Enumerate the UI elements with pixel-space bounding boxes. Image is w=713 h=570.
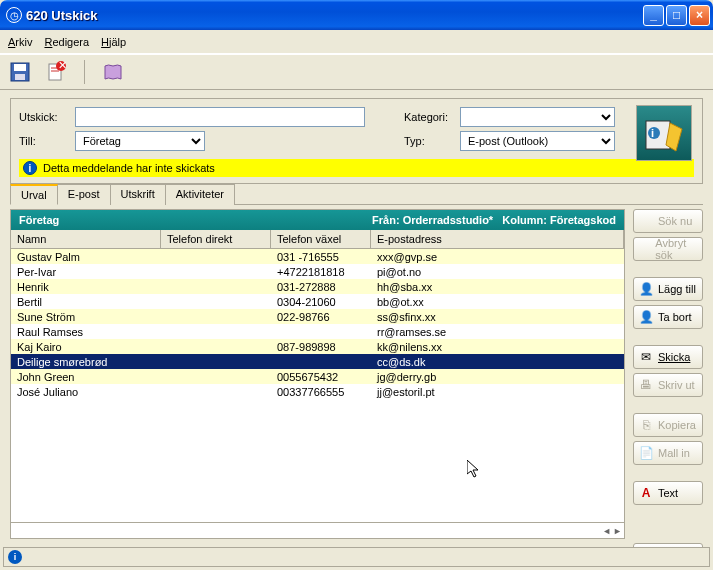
till-select[interactable]: Företag (75, 131, 205, 151)
side-buttons: Sök nu Avbryt sök 👤Lägg till 👤Ta bort ✉S… (633, 209, 703, 567)
table-row[interactable]: Bertil0304-21060bb@ot.xx (11, 294, 624, 309)
scroll-right-icon[interactable]: ► (613, 526, 622, 536)
menubar: Arkiv Redigera Hjälp (0, 30, 713, 54)
grid-columns: Namn Telefon direkt Telefon växel E-post… (11, 230, 624, 249)
send-icon: ✉ (638, 349, 654, 365)
panel-image: i (636, 105, 692, 161)
tab-aktiviteter[interactable]: Aktiviteter (165, 184, 235, 205)
info-icon: i (23, 161, 37, 175)
close-button[interactable]: × (689, 5, 710, 26)
kopiera-button: ⎘Kopiera (633, 413, 703, 437)
save-icon[interactable] (8, 60, 32, 84)
kategori-label: Kategori: (404, 111, 454, 123)
table-row[interactable]: Gustav Palm031 -716555xxx@gvp.se (11, 249, 624, 264)
data-grid: Företag Från: Orderradsstudio* Kolumn: F… (10, 209, 625, 539)
col-namn[interactable]: Namn (11, 230, 161, 248)
col-epost[interactable]: E-postadress (371, 230, 624, 248)
minimize-button[interactable]: _ (643, 5, 664, 26)
statusbar: i (3, 547, 710, 567)
window-title: 620 Utskick (26, 8, 641, 23)
scroll-left-icon[interactable]: ◄ (602, 526, 611, 536)
utskick-input[interactable] (75, 107, 365, 127)
maximize-button[interactable]: □ (666, 5, 687, 26)
laggtill-button[interactable]: 👤Lägg till (633, 277, 703, 301)
book-icon[interactable] (101, 60, 125, 84)
delete-document-icon[interactable]: ✕ (44, 60, 68, 84)
table-row[interactable]: Deilige smørebrødcc@ds.dk (11, 354, 624, 369)
skrivut-button: 🖶Skriv ut (633, 373, 703, 397)
soknu-button: Sök nu (633, 209, 703, 233)
grid-header: Företag Från: Orderradsstudio* Kolumn: F… (11, 210, 624, 230)
utskick-label: Utskick: (19, 111, 69, 123)
menu-redigera[interactable]: Redigera (44, 36, 89, 48)
table-row[interactable]: Sune Ström022-98766ss@sfinx.xx (11, 309, 624, 324)
template-icon: 📄 (638, 445, 654, 461)
tabort-button[interactable]: 👤Ta bort (633, 305, 703, 329)
col-direkt[interactable]: Telefon direkt (161, 230, 271, 248)
svg-text:i: i (651, 127, 654, 139)
svg-rect-2 (15, 74, 25, 80)
grid-fran: Från: Orderradsstudio* Kolumn: Företagsk… (372, 214, 616, 226)
copy-icon: ⎘ (638, 417, 654, 433)
form-panel: Utskick: Kategori: Till: Företag Typ: E-… (10, 98, 703, 184)
person-remove-icon: 👤 (638, 309, 654, 325)
text-icon: A (638, 485, 654, 501)
menu-hjalp[interactable]: Hjälp (101, 36, 126, 48)
grid-title: Företag (19, 214, 372, 226)
table-row[interactable]: Henrik031-272888hh@sba.xx (11, 279, 624, 294)
mallin-button: 📄Mall in (633, 441, 703, 465)
status-info-icon: i (8, 550, 22, 564)
tab-utskrift[interactable]: Utskrift (110, 184, 166, 205)
table-row[interactable]: José Juliano00337766555jj@estoril.pt (11, 384, 624, 399)
svg-text:✕: ✕ (58, 61, 67, 71)
avbryt-button: Avbryt sök (633, 237, 703, 261)
table-row[interactable]: Kaj Kairo087-989898kk@nilens.xx (11, 339, 624, 354)
menu-arkiv[interactable]: Arkiv (8, 36, 32, 48)
titlebar: ◷ 620 Utskick _ □ × (0, 0, 713, 30)
separator (84, 60, 85, 84)
kategori-select[interactable] (460, 107, 615, 127)
warning-text: Detta meddelande har inte skickats (43, 162, 215, 174)
typ-select[interactable]: E-post (Outlook) (460, 131, 615, 151)
grid-body[interactable]: Gustav Palm031 -716555xxx@gvp.sePer-Ivar… (11, 249, 624, 522)
svg-rect-1 (14, 64, 26, 71)
tab-urval[interactable]: Urval (10, 184, 58, 205)
text-button[interactable]: AText (633, 481, 703, 505)
typ-label: Typ: (404, 135, 454, 147)
print-icon: 🖶 (638, 377, 654, 393)
skicka-button[interactable]: ✉Skicka (633, 345, 703, 369)
app-icon: ◷ (6, 7, 22, 23)
warning-bar: i Detta meddelande har inte skickats (19, 159, 694, 177)
table-row[interactable]: Per-Ivar+4722181818pi@ot.no (11, 264, 624, 279)
table-row[interactable]: Raul Ramsesrr@ramses.se (11, 324, 624, 339)
tabs: Urval E-post Utskrift Aktiviteter (10, 183, 703, 205)
grid-footer: ◄ ► (11, 522, 624, 538)
till-label: Till: (19, 135, 69, 147)
tab-epost[interactable]: E-post (57, 184, 111, 205)
col-vaxel[interactable]: Telefon växel (271, 230, 371, 248)
toolbar: ✕ (0, 54, 713, 90)
table-row[interactable]: John Green0055675432jg@derry.gb (11, 369, 624, 384)
person-add-icon: 👤 (638, 281, 654, 297)
